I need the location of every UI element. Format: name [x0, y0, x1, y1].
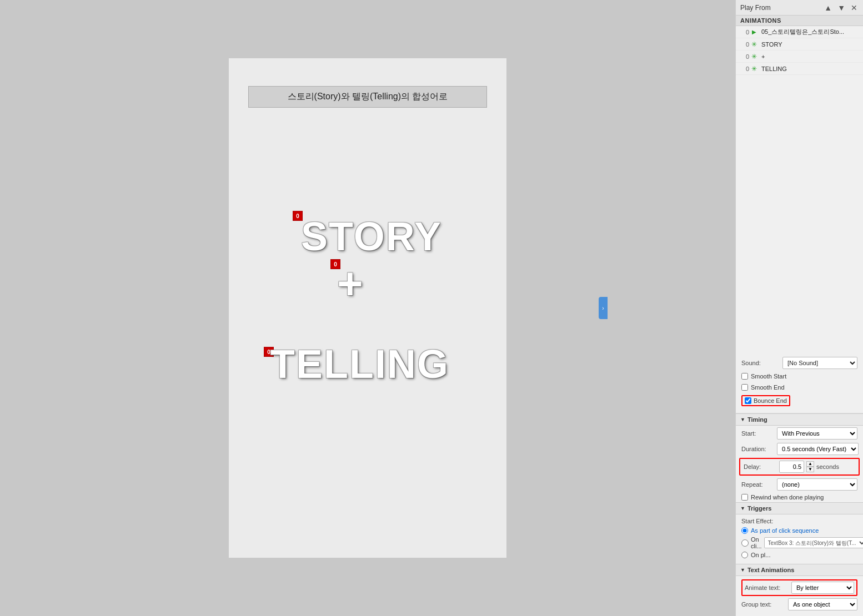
animate-text-select[interactable]: By letter — [791, 582, 854, 594]
smooth-start-row: Smooth Start — [741, 372, 857, 381]
panel-collapse-button[interactable]: › — [599, 297, 608, 319]
delay-row: Delay: ▲ ▼ seconds — [739, 458, 860, 476]
trigger-radio-0[interactable] — [741, 527, 748, 534]
anim-num-0: 0 — [738, 29, 749, 36]
canvas-area: 스토리(Story)와 텔링(Telling)의 합성어로 0 STORY 0 … — [0, 0, 735, 616]
slide-title: 스토리(Story)와 텔링(Telling)의 합성어로 — [248, 86, 487, 108]
triggers-triangle-icon: ▼ — [740, 506, 745, 511]
trigger-label-2: On pl... — [751, 552, 770, 558]
bounce-end-highlight: Bounce End — [741, 395, 790, 406]
anim-num-2: 0 — [738, 53, 749, 60]
smooth-start-checkbox[interactable] — [741, 373, 748, 380]
rewind-label: Rewind when done playing — [751, 494, 824, 501]
animate-text-label: Animate text: — [745, 584, 789, 591]
anim-row-1[interactable]: 0 ✳ STORY — [736, 38, 863, 51]
smooth-end-checkbox[interactable] — [741, 384, 748, 391]
anim-label-3: TELLING — [759, 65, 861, 72]
repeat-select[interactable]: (none) — [777, 478, 857, 491]
delay-label: Delay: — [744, 463, 777, 470]
duration-row: Duration: 0.5 seconds (Very Fast) — [736, 441, 863, 457]
sound-select[interactable]: [No Sound] — [782, 357, 857, 369]
triggers-header-label: Triggers — [747, 505, 771, 512]
text-anim-triangle-icon: ▼ — [740, 567, 745, 573]
delay-input[interactable] — [779, 461, 804, 473]
anim-row-3[interactable]: 0 ✳ TELLING — [736, 63, 863, 75]
star-icon-3: ✳ — [749, 65, 759, 73]
text-animations-section-header[interactable]: ▼ Text Animations — [736, 564, 863, 576]
delay-increment-button[interactable]: ▲ — [806, 461, 814, 467]
timing-triangle-icon: ▼ — [740, 417, 745, 422]
bounce-end-label: Bounce End — [754, 397, 787, 404]
start-row: Start: With Previous — [736, 426, 863, 441]
rewind-checkbox[interactable] — [741, 494, 748, 501]
anim-label-1: STORY — [759, 41, 861, 48]
anim-row-0[interactable]: 0 ▶ 05_스토리텔링은_스토리Sto... — [736, 26, 863, 38]
start-select[interactable]: With Previous — [777, 427, 857, 440]
duration-select[interactable]: 0.5 seconds (Very Fast) — [777, 443, 859, 455]
sound-section: Sound: [No Sound] Smooth Start Smooth En… — [736, 354, 863, 413]
repeat-row: Repeat: (none) — [736, 477, 863, 492]
trigger-radio-row-2: On pl... — [741, 552, 857, 558]
trigger-radio-1[interactable] — [741, 539, 749, 547]
bounce-end-checkbox[interactable] — [745, 397, 751, 404]
smooth-start-label: Smooth Start — [751, 373, 786, 380]
anim-num-1: 0 — [738, 41, 749, 48]
text-animations-section: Animate text: By letter Group text: As o… — [736, 576, 863, 616]
on-click-select[interactable]: TextBox 3: 스토리(Story)와 텔링(T... — [764, 537, 863, 548]
telling-text: TELLING — [270, 341, 449, 387]
delay-stepper: ▲ ▼ — [806, 461, 814, 472]
delay-input-group: ▲ ▼ seconds — [779, 461, 839, 473]
trigger-radio-row-1: On cli... TextBox 3: 스토리(Story)와 텔링(T... — [741, 536, 857, 549]
delay-decrement-button[interactable]: ▼ — [806, 467, 814, 472]
anim-label-2: + — [759, 53, 861, 60]
anim-label-0: 05_스토리텔링은_스토리Sto... — [759, 28, 861, 36]
rewind-row: Rewind when done playing — [736, 492, 863, 502]
empty-animations-area — [736, 75, 863, 354]
delay-unit-label: seconds — [816, 463, 839, 470]
triggers-section-header[interactable]: ▼ Triggers — [736, 502, 863, 514]
group-text-label: Group text: — [741, 601, 786, 608]
triggers-section: Start Effect: As part of click sequence … — [736, 514, 863, 564]
sound-row: Sound: [No Sound] — [741, 357, 857, 369]
right-panel: Play From ▲ ▼ ✕ ANIMATIONS 0 ▶ 05_스토리텔링은… — [735, 0, 863, 616]
repeat-label: Repeat: — [741, 481, 775, 488]
panel-toolbar: Play From ▲ ▼ ✕ — [736, 0, 863, 16]
duration-label: Duration: — [741, 446, 775, 452]
star-icon-1: ✳ — [749, 41, 759, 48]
animate-text-row: Animate text: By letter — [741, 579, 857, 596]
timing-section-header[interactable]: ▼ Timing — [736, 413, 863, 426]
group-text-select[interactable]: As one object — [788, 598, 857, 610]
play-icon-0: ▶ — [749, 29, 759, 35]
anim-row-2[interactable]: 0 ✳ + — [736, 51, 863, 63]
sound-label: Sound: — [741, 360, 780, 366]
trigger-label-1: On cli... — [751, 536, 762, 549]
trigger-label-0: As part of click sequence — [751, 527, 819, 534]
animations-header: ANIMATIONS — [736, 16, 863, 26]
trigger-radio-row-0: As part of click sequence — [741, 527, 857, 534]
star-icon-2: ✳ — [749, 53, 759, 60]
close-panel-button[interactable]: ✕ — [850, 4, 859, 12]
trigger-radio-2[interactable] — [741, 552, 748, 558]
plus-text: + — [337, 258, 363, 309]
anim-num-3: 0 — [738, 65, 749, 72]
story-text: STORY — [301, 214, 442, 259]
smooth-end-row: Smooth End — [741, 383, 857, 392]
timing-header-label: Timing — [747, 416, 767, 423]
start-label: Start: — [741, 430, 775, 437]
animations-table: 0 ▶ 05_스토리텔링은_스토리Sto... 0 ✳ STORY 0 ✳ + … — [736, 26, 863, 75]
smooth-end-label: Smooth End — [751, 384, 785, 391]
text-animations-header-label: Text Animations — [747, 567, 794, 573]
move-up-button[interactable]: ▲ — [823, 4, 833, 12]
panel-title: Play From — [740, 4, 820, 12]
group-text-row: Group text: As one object — [741, 598, 857, 610]
start-effect-label: Start Effect: — [741, 518, 857, 524]
move-down-button[interactable]: ▼ — [836, 4, 846, 12]
slide: 스토리(Story)와 텔링(Telling)의 합성어로 0 STORY 0 … — [229, 58, 506, 558]
bounce-end-row: Bounce End — [741, 394, 857, 407]
